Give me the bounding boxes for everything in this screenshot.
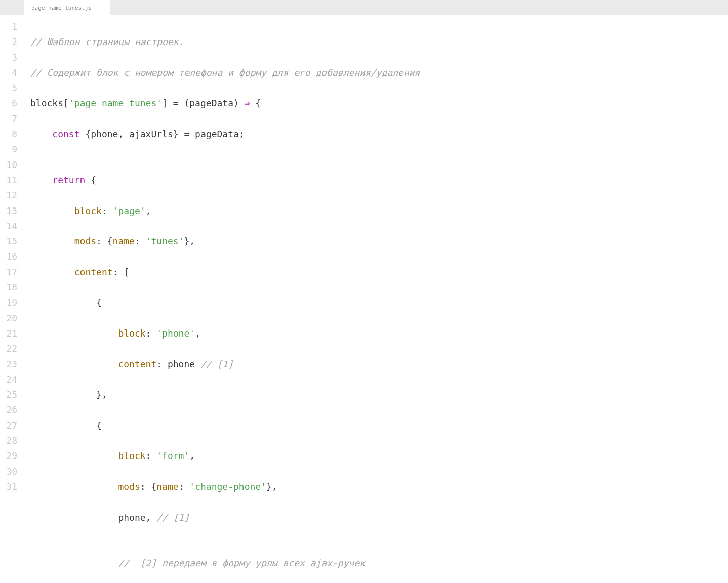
code-indent	[30, 328, 118, 339]
line-number: 23	[0, 357, 24, 372]
line-number: 19	[0, 295, 24, 310]
code-comment: // [1]	[156, 512, 189, 523]
code-token: phone,	[30, 512, 156, 523]
code-property: mods	[118, 481, 140, 492]
line-number: 24	[0, 372, 24, 387]
code-indent	[30, 558, 118, 568]
code-property: block	[118, 328, 145, 339]
code-token: },	[184, 236, 195, 246]
code-token: ,	[189, 450, 195, 461]
code-editor[interactable]: 1234567891011121314151617181920212223242…	[0, 15, 728, 583]
code-token: blocks[	[30, 98, 69, 108]
code-indent	[30, 236, 74, 246]
code-token: {	[30, 297, 102, 308]
line-number: 1	[0, 19, 24, 34]
code-property: name	[156, 481, 178, 492]
code-token: :	[146, 328, 157, 339]
code-indent	[30, 175, 52, 185]
code-indent	[30, 267, 74, 277]
code-token: {phone, ajaxUrls} = pageData;	[80, 129, 245, 139]
code-arrow: ⇒	[245, 98, 250, 108]
code-indent	[30, 359, 118, 369]
code-keyword: return	[52, 175, 85, 185]
code-property: block	[74, 205, 102, 216]
line-number: 18	[0, 280, 24, 295]
code-token: },	[266, 481, 277, 492]
code-token: ,	[195, 328, 200, 339]
code-string: 'phone'	[156, 328, 195, 339]
line-number: 12	[0, 188, 24, 203]
code-token: ,	[146, 205, 151, 216]
code-string: 'page_name_tunes'	[69, 98, 162, 108]
line-number: 22	[0, 341, 24, 356]
code-string: 'tunes'	[146, 236, 184, 246]
code-string: 'page'	[113, 205, 146, 216]
code-token: : {	[96, 236, 113, 246]
line-number: 16	[0, 249, 24, 264]
line-number: 6	[0, 96, 24, 111]
code-property: mods	[74, 236, 96, 246]
code-token: :	[135, 236, 146, 246]
line-number: 26	[0, 402, 24, 418]
code-token: },	[30, 389, 107, 400]
code-indent	[30, 450, 118, 461]
line-number: 10	[0, 157, 24, 173]
code-string: 'form'	[156, 450, 189, 461]
code-property: content	[74, 267, 113, 277]
code-content[interactable]: // Шаблон страницы настроек. // Содержит…	[24, 15, 728, 583]
code-property: content	[118, 359, 156, 369]
code-comment: // Содержит блок с номером телефона и фо…	[30, 67, 420, 78]
code-comment: // [2] передаем в форму урлы всех ajax-р…	[118, 558, 365, 568]
line-number: 8	[0, 127, 24, 142]
line-number: 20	[0, 311, 24, 326]
tab-bar: page_name_tunes.js	[0, 0, 728, 15]
line-number-gutter: 1234567891011121314151617181920212223242…	[0, 15, 24, 583]
line-number: 28	[0, 433, 24, 448]
code-token: :	[179, 481, 190, 492]
code-token: :	[146, 450, 157, 461]
code-property: name	[113, 236, 135, 246]
line-number: 27	[0, 418, 24, 433]
line-number: 2	[0, 34, 24, 50]
line-number: 9	[0, 142, 24, 157]
code-keyword: const	[52, 129, 79, 139]
line-number: 25	[0, 387, 24, 402]
code-token: ] = (pageData)	[162, 98, 245, 108]
code-indent	[30, 481, 118, 492]
line-number: 31	[0, 479, 24, 494]
code-token: : phone	[156, 359, 200, 369]
code-token: : [	[113, 267, 130, 277]
line-number: 14	[0, 219, 24, 234]
line-number: 30	[0, 464, 24, 479]
code-indent	[30, 129, 52, 139]
code-comment: // Шаблон страницы настроек.	[30, 36, 184, 47]
code-token: {	[30, 420, 102, 431]
line-number: 15	[0, 234, 24, 249]
line-number: 29	[0, 448, 24, 464]
file-tab[interactable]: page_name_tunes.js	[24, 0, 110, 15]
code-token: : {	[140, 481, 157, 492]
line-number: 11	[0, 173, 24, 188]
line-number: 5	[0, 80, 24, 96]
code-property: block	[118, 450, 145, 461]
code-string: 'change-phone'	[189, 481, 266, 492]
line-number: 4	[0, 65, 24, 80]
line-number: 13	[0, 203, 24, 219]
code-comment: // [1]	[200, 359, 233, 369]
code-token: :	[102, 205, 113, 216]
line-number: 3	[0, 50, 24, 65]
line-number: 7	[0, 111, 24, 127]
code-indent	[30, 205, 74, 216]
line-number: 17	[0, 265, 24, 280]
code-token: {	[250, 98, 261, 108]
line-number: 21	[0, 326, 24, 341]
code-token: {	[85, 175, 96, 185]
file-tab-label: page_name_tunes.js	[31, 5, 92, 11]
